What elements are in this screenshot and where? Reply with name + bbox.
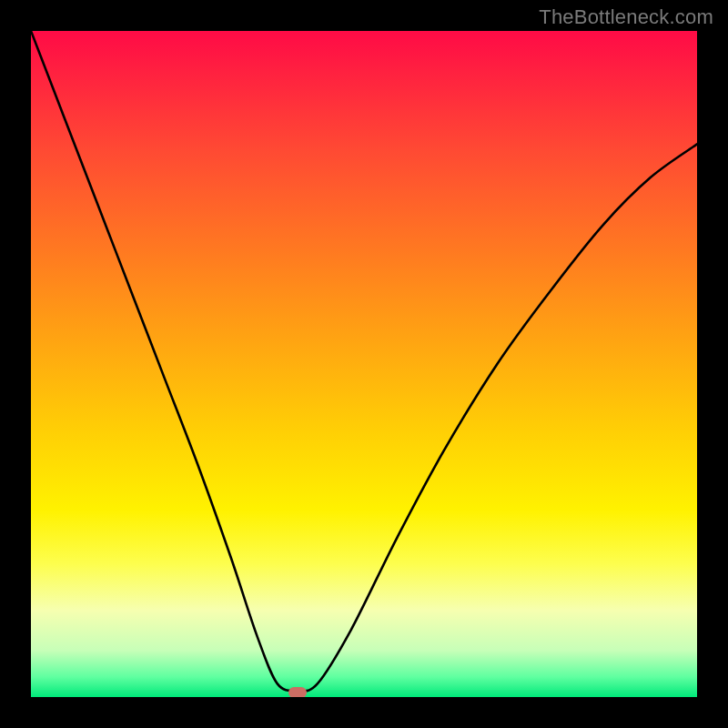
- chart-frame: TheBottleneck.com: [0, 0, 728, 728]
- bottleneck-curve: [31, 31, 697, 697]
- plot-area: [31, 31, 697, 697]
- optimal-point-marker: [288, 687, 307, 697]
- watermark-text: TheBottleneck.com: [539, 5, 713, 29]
